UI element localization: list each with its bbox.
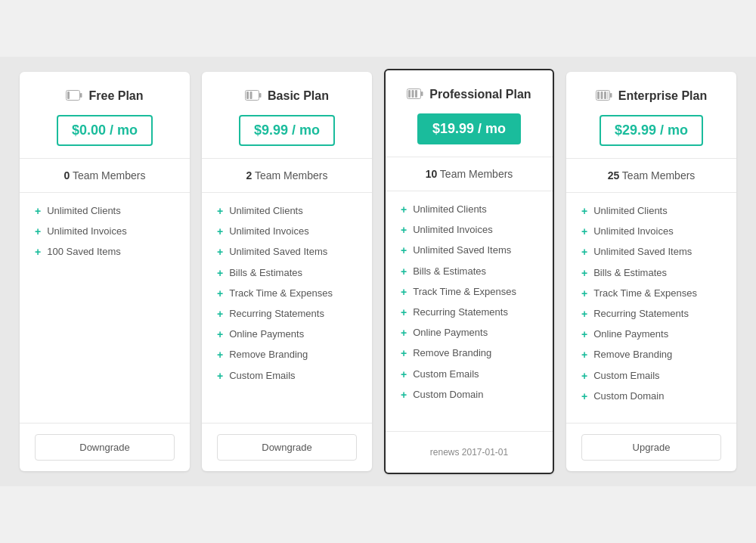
list-item: +Remove Branding bbox=[217, 349, 357, 361]
battery-icon-enterprise bbox=[596, 87, 612, 104]
plan-header-free: Free Plan$0.00 / mo bbox=[20, 72, 190, 159]
list-item: +Track Time & Expenses bbox=[217, 287, 357, 300]
feature-label: Track Time & Expenses bbox=[229, 287, 333, 300]
feature-plus-icon: + bbox=[217, 369, 223, 383]
list-item: +Unlimited Clients bbox=[217, 205, 357, 218]
list-item: +Unlimited Clients bbox=[401, 203, 538, 216]
feature-label: Custom Domain bbox=[413, 389, 483, 402]
feature-label: Unlimited Invoices bbox=[47, 225, 127, 238]
list-item: +Unlimited Invoices bbox=[35, 225, 175, 238]
list-item: +Online Payments bbox=[581, 328, 721, 341]
feature-label: Custom Emails bbox=[229, 370, 295, 383]
features-list-basic: +Unlimited Clients+Unlimited Invoices+Un… bbox=[202, 193, 372, 423]
svg-rect-1 bbox=[80, 93, 82, 98]
feature-plus-icon: + bbox=[581, 204, 587, 218]
list-item: +100 Saved Items bbox=[35, 246, 175, 259]
feature-plus-icon: + bbox=[35, 204, 41, 218]
feature-label: Custom Emails bbox=[593, 370, 659, 383]
feature-plus-icon: + bbox=[401, 388, 407, 402]
list-item: +Recurring Statements bbox=[401, 306, 538, 319]
feature-plus-icon: + bbox=[581, 327, 587, 341]
list-item: +Remove Branding bbox=[401, 347, 538, 360]
feature-label: 100 Saved Items bbox=[47, 246, 121, 259]
list-item: +Unlimited Saved Items bbox=[581, 246, 721, 259]
features-list-enterprise: +Unlimited Clients+Unlimited Invoices+Un… bbox=[566, 193, 736, 423]
list-item: +Unlimited Invoices bbox=[581, 225, 721, 238]
feature-label: Bills & Estimates bbox=[413, 265, 486, 278]
list-item: +Remove Branding bbox=[581, 349, 721, 361]
price-badge-free: $0.00 / mo bbox=[57, 115, 153, 146]
feature-plus-icon: + bbox=[217, 266, 223, 280]
svg-rect-5 bbox=[246, 92, 249, 99]
plan-header-professional: Professional Plan$19.99 / mo bbox=[386, 70, 553, 157]
feature-plus-icon: + bbox=[581, 389, 587, 403]
feature-label: Unlimited Clients bbox=[47, 205, 121, 218]
feature-label: Custom Domain bbox=[593, 390, 664, 403]
feature-label: Unlimited Saved Items bbox=[413, 244, 511, 257]
feature-plus-icon: + bbox=[401, 265, 407, 278]
svg-rect-15 bbox=[600, 92, 603, 99]
plan-name-basic: Basic Plan bbox=[268, 89, 329, 103]
plan-card-basic: Basic Plan$9.99 / mo2 Team Members+Unlim… bbox=[202, 72, 372, 471]
plan-name-enterprise: Enterprise Plan bbox=[618, 89, 707, 103]
feature-label: Recurring Statements bbox=[413, 306, 508, 319]
feature-plus-icon: + bbox=[401, 223, 407, 237]
feature-plus-icon: + bbox=[35, 245, 41, 259]
downgrade-button[interactable]: Downgrade bbox=[35, 434, 175, 461]
plan-name-professional: Professional Plan bbox=[429, 88, 531, 101]
list-item: +Bills & Estimates bbox=[401, 265, 538, 278]
svg-rect-16 bbox=[604, 92, 606, 99]
list-item: +Bills & Estimates bbox=[217, 267, 357, 280]
plan-name-free: Free Plan bbox=[88, 89, 143, 103]
svg-rect-14 bbox=[597, 92, 600, 99]
svg-rect-13 bbox=[610, 93, 612, 98]
feature-label: Remove Branding bbox=[229, 349, 308, 361]
feature-plus-icon: + bbox=[217, 245, 223, 259]
list-item: +Unlimited Invoices bbox=[217, 225, 357, 238]
feature-plus-icon: + bbox=[581, 266, 587, 280]
list-item: +Custom Emails bbox=[217, 370, 357, 383]
feature-plus-icon: + bbox=[401, 346, 407, 360]
downgrade-button[interactable]: Downgrade bbox=[217, 434, 357, 461]
list-item: +Custom Domain bbox=[401, 389, 538, 402]
pricing-container: Free Plan$0.00 / mo0 Team Members+Unlimi… bbox=[0, 57, 756, 486]
team-members-enterprise: 25 Team Members bbox=[566, 159, 736, 193]
price-badge-professional: $19.99 / mo bbox=[417, 113, 521, 144]
svg-rect-6 bbox=[250, 92, 253, 99]
feature-label: Unlimited Clients bbox=[413, 203, 487, 216]
features-list-free: +Unlimited Clients+Unlimited Invoices+10… bbox=[20, 193, 190, 423]
renewal-text-professional: renews 2017-01-01 bbox=[401, 442, 538, 462]
plan-footer-enterprise: Upgrade bbox=[566, 423, 736, 471]
feature-label: Track Time & Expenses bbox=[593, 287, 697, 300]
plan-header-basic: Basic Plan$9.99 / mo bbox=[202, 72, 372, 159]
feature-label: Online Payments bbox=[413, 327, 488, 340]
list-item: +Unlimited Clients bbox=[581, 205, 721, 218]
upgrade-button[interactable]: Upgrade bbox=[581, 434, 721, 461]
battery-icon-free bbox=[66, 87, 82, 104]
feature-label: Unlimited Invoices bbox=[593, 225, 674, 238]
feature-plus-icon: + bbox=[581, 307, 587, 321]
feature-plus-icon: + bbox=[217, 307, 223, 321]
battery-icon-basic bbox=[245, 87, 262, 104]
feature-plus-icon: + bbox=[581, 287, 587, 300]
svg-rect-9 bbox=[408, 90, 411, 98]
feature-label: Remove Branding bbox=[593, 349, 672, 361]
feature-plus-icon: + bbox=[217, 204, 223, 218]
feature-label: Online Payments bbox=[229, 328, 304, 341]
feature-plus-icon: + bbox=[401, 368, 407, 381]
feature-label: Unlimited Saved Items bbox=[229, 246, 327, 259]
feature-plus-icon: + bbox=[217, 225, 223, 238]
list-item: +Unlimited Invoices bbox=[401, 224, 538, 237]
svg-rect-11 bbox=[415, 90, 417, 98]
team-members-basic: 2 Team Members bbox=[202, 159, 372, 193]
svg-rect-2 bbox=[67, 92, 70, 99]
list-item: +Unlimited Saved Items bbox=[401, 244, 538, 257]
team-members-free: 0 Team Members bbox=[20, 159, 190, 193]
list-item: +Unlimited Clients bbox=[35, 205, 175, 218]
list-item: +Online Payments bbox=[401, 327, 538, 340]
feature-plus-icon: + bbox=[401, 203, 407, 216]
svg-rect-8 bbox=[421, 92, 423, 96]
feature-plus-icon: + bbox=[217, 348, 223, 361]
feature-label: Recurring Statements bbox=[593, 308, 689, 321]
feature-plus-icon: + bbox=[581, 348, 587, 361]
